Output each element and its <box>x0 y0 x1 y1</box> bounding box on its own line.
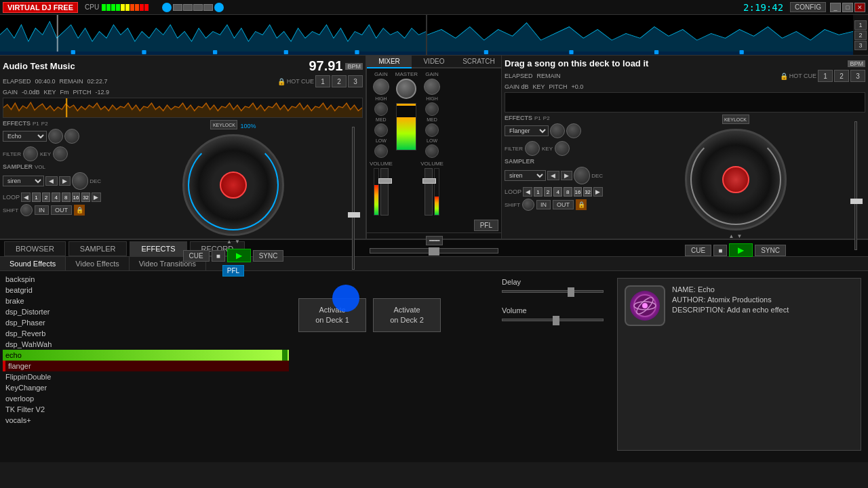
left-filter-knob[interactable] <box>23 146 38 161</box>
left-out-btn[interactable]: OUT <box>51 205 72 215</box>
delay-slider[interactable] <box>502 290 604 293</box>
right-pitch-down[interactable]: ▼ <box>737 233 743 239</box>
right-loop-32[interactable]: 32 <box>583 187 592 197</box>
left-hot-cue-3[interactable]: 3 <box>348 75 363 87</box>
left-deck-waveform[interactable] <box>3 98 363 118</box>
left-sampler-select[interactable]: siren <box>3 176 44 186</box>
right-cue-btn[interactable]: CUE <box>685 245 711 256</box>
right-pitch-up[interactable]: ▲ <box>729 233 734 239</box>
mode-btn-2[interactable] <box>183 4 193 11</box>
next-track-icon[interactable] <box>214 3 224 12</box>
mixer-tab-video[interactable]: VIDEO <box>412 56 456 68</box>
right-turntable[interactable] <box>685 129 787 230</box>
right-lock-btn[interactable]: 🔒 <box>576 199 587 210</box>
left-loop-1[interactable]: 1 <box>32 192 41 202</box>
close-button[interactable]: ✕ <box>854 3 865 12</box>
right-loop-1[interactable]: 1 <box>534 187 542 197</box>
left-sync-btn[interactable]: SYNC <box>253 250 284 262</box>
right-sync-btn[interactable]: SYNC <box>755 245 786 256</box>
left-play-btn[interactable]: ▶ <box>227 249 251 262</box>
left-cue-btn[interactable]: CUE <box>183 250 210 262</box>
browser-subtab-sound[interactable]: Sound Effects <box>0 257 66 270</box>
mixer-tab-mixer[interactable]: MIXER <box>367 56 412 68</box>
waveform-left[interactable]: // Generate waveform-like bars inline <box>0 15 426 55</box>
right-loop-8[interactable]: 8 <box>564 187 572 197</box>
waveform-right[interactable] <box>427 15 853 55</box>
right-in-btn[interactable]: IN <box>536 200 551 209</box>
effect-echo[interactable]: echo <box>3 350 289 361</box>
effect-overloop[interactable]: overloop <box>3 393 289 404</box>
activate-deck1-btn[interactable]: Activate on Deck 1 <box>298 298 366 332</box>
mixer-fader-left[interactable] <box>380 168 389 216</box>
mixer-tab-scratch[interactable]: SCRATCH <box>456 56 501 68</box>
right-loop-4[interactable]: 4 <box>553 187 562 197</box>
effect-beatgrid[interactable]: beatgrid <box>3 285 289 296</box>
effect-keychanger[interactable]: KeyChanger <box>3 382 289 393</box>
left-effect-knob-2[interactable] <box>64 129 79 144</box>
right-effect-knob-2[interactable] <box>566 123 581 138</box>
right-key-knob[interactable] <box>555 141 570 156</box>
right-play-btn[interactable]: ▶ <box>729 243 753 257</box>
right-pause-btn[interactable]: ■ <box>713 245 727 256</box>
right-loop-prev[interactable]: ◀ <box>523 187 532 197</box>
effect-tkfilter[interactable]: TK Filter V2 <box>3 404 289 415</box>
right-hot-cue-3[interactable]: 3 <box>850 70 865 82</box>
right-sampler-next[interactable]: ▶ <box>561 171 572 180</box>
right-loop-16[interactable]: 16 <box>574 187 583 197</box>
minimize-button[interactable]: _ <box>830 3 841 12</box>
restore-button[interactable]: □ <box>842 3 853 12</box>
mixer-med-right-knob[interactable] <box>425 123 439 137</box>
left-pitch-down[interactable]: ▼ <box>235 239 240 245</box>
right-sampler-select[interactable]: siren <box>505 170 546 181</box>
effect-dsp-distorter[interactable]: dsp_Distorter <box>3 306 289 317</box>
left-in-btn[interactable]: IN <box>35 205 49 215</box>
left-vol-knob[interactable] <box>72 172 89 190</box>
left-effect-select[interactable]: Echo <box>3 131 47 142</box>
right-keylock-btn[interactable]: KEYLOCK <box>722 115 749 124</box>
left-lock-btn[interactable]: 🔒 <box>74 205 85 216</box>
effect-flanger[interactable]: flanger <box>3 361 289 371</box>
waveform-btn-3[interactable]: 3 <box>854 41 867 50</box>
mixer-master-knob[interactable] <box>396 79 416 99</box>
waveform-btn-1[interactable]: 1 <box>854 20 867 30</box>
right-vol-knob[interactable] <box>574 167 591 184</box>
right-loop-2[interactable]: 2 <box>544 187 553 197</box>
mode-btn-4[interactable] <box>203 4 213 11</box>
config-button[interactable]: CONFIG <box>790 2 826 12</box>
left-loop-next[interactable]: ▶ <box>92 192 101 202</box>
right-hot-cue-2[interactable]: 2 <box>834 70 849 82</box>
effect-dsp-phaser[interactable]: dsp_Phaser <box>3 317 289 328</box>
left-pfl-btn[interactable]: PFL <box>222 265 244 277</box>
effect-brake[interactable]: brake <box>3 296 289 306</box>
mode-btn-3[interactable] <box>193 4 203 11</box>
right-pitch-slider[interactable] <box>849 121 863 250</box>
crossfader-style-btn[interactable]: ━━━ <box>426 236 443 245</box>
left-shift-knob[interactable] <box>20 204 33 216</box>
right-effect-knob-1[interactable] <box>550 123 565 138</box>
mixer-fader-right[interactable] <box>425 168 433 216</box>
left-loop-8[interactable]: 8 <box>62 192 71 202</box>
mixer-high-right-knob[interactable] <box>425 102 439 116</box>
right-hot-cue-1[interactable]: 1 <box>818 70 833 82</box>
left-key-knob[interactable] <box>53 146 68 161</box>
volume-slider[interactable] <box>502 319 604 321</box>
mixer-pfl-btn[interactable]: PFL <box>474 220 498 231</box>
left-loop-2[interactable]: 2 <box>42 192 51 202</box>
mixer-med-left-knob[interactable] <box>374 123 388 137</box>
left-loop-prev[interactable]: ◀ <box>21 192 31 202</box>
activate-deck2-btn[interactable]: Activate on Deck 2 <box>373 298 441 332</box>
mixer-low-left-knob[interactable] <box>374 144 388 158</box>
browser-tab-browser[interactable]: BROWSER <box>4 241 66 256</box>
right-effect-select[interactable]: Flanger <box>505 125 549 136</box>
left-hot-cue-2[interactable]: 2 <box>332 75 347 87</box>
effect-dsp-reverb[interactable]: dsp_Reverb <box>3 328 289 339</box>
effect-dsp-wahwah[interactable]: dsp_WahWah <box>3 339 289 350</box>
right-shift-knob[interactable] <box>522 199 534 211</box>
effect-flippindouble[interactable]: FlippinDouble <box>3 371 289 382</box>
right-sampler-prev[interactable]: ◀ <box>547 171 559 180</box>
left-keylock-btn[interactable]: KEYLOCK <box>210 120 237 129</box>
effect-vocals[interactable]: vocals+ <box>3 415 289 426</box>
left-sampler-prev[interactable]: ◀ <box>45 176 57 186</box>
left-sampler-next[interactable]: ▶ <box>59 176 71 186</box>
waveform-btn-2[interactable]: 2 <box>854 30 867 40</box>
